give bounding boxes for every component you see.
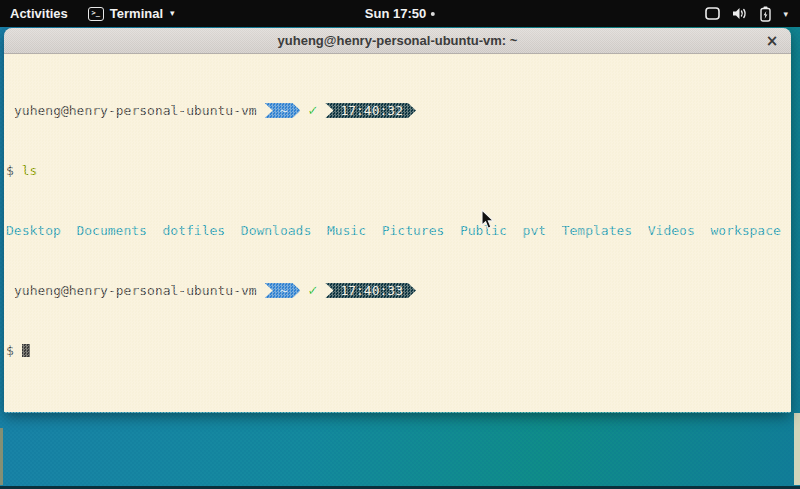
activities-button[interactable]: Activities <box>0 0 78 27</box>
window-title: yuheng@henry-personal-ubuntu-vm: ~ <box>278 33 518 48</box>
clock-label: Sun 17:50 <box>365 6 426 21</box>
prompt-time-segment: 17:40:32 <box>325 103 416 118</box>
terminal-content[interactable]: yuheng@henry-personal-ubuntu-vm ~ ✓ 17:4… <box>4 54 791 412</box>
terminal-window: yuheng@henry-personal-ubuntu-vm: ~ × yuh… <box>4 28 791 413</box>
desktop-edge-strip-right <box>794 413 800 485</box>
ls-output: Desktop Documents dotfiles Downloads Mus… <box>6 223 789 238</box>
chevron-down-icon: ▾ <box>170 9 175 18</box>
battery-charging-icon <box>760 6 771 22</box>
desktop: Activities >_ Terminal ▾ Sun 17:50 <box>0 0 800 489</box>
terminal-icon-glyph: >_ <box>92 10 100 17</box>
prompt-time: 17:40:32 <box>340 103 403 118</box>
prompt-path: ~ <box>280 283 288 298</box>
top-bar: Activities >_ Terminal ▾ Sun 17:50 <box>0 0 800 27</box>
command-line: $ ls <box>6 163 789 178</box>
volume-icon <box>732 7 748 20</box>
prompt-user-host: yuheng@henry-personal-ubuntu-vm <box>6 283 257 298</box>
titlebar[interactable]: yuheng@henry-personal-ubuntu-vm: ~ × <box>4 28 791 54</box>
prompt-line-1: yuheng@henry-personal-ubuntu-vm ~ ✓ 17:4… <box>6 103 789 118</box>
app-menu-terminal[interactable]: >_ Terminal ▾ <box>78 0 185 27</box>
command-text: ls <box>22 163 38 178</box>
top-bar-left: Activities >_ Terminal ▾ <box>0 0 185 27</box>
display-icon <box>705 7 720 20</box>
system-status-area[interactable]: ▾ <box>693 0 800 27</box>
prompt-path: ~ <box>280 103 288 118</box>
status-check-icon: ✓ <box>307 103 318 118</box>
prompt-path-segment: ~ <box>265 103 301 118</box>
prompt-time: 17:40:33 <box>340 283 403 298</box>
app-menu-label: Terminal <box>110 6 163 21</box>
prompt-line-2: yuheng@henry-personal-ubuntu-vm ~ ✓ 17:4… <box>6 283 789 298</box>
close-button[interactable]: × <box>763 32 781 50</box>
desktop-edge-strip-left <box>0 428 3 485</box>
notification-dot <box>431 12 435 16</box>
input-line[interactable]: $ <box>6 343 789 358</box>
prompt-time-segment: 17:40:33 <box>325 283 416 298</box>
terminal-icon: >_ <box>88 7 104 21</box>
chevron-down-icon: ▾ <box>783 9 788 19</box>
prompt-path-segment: ~ <box>265 283 301 298</box>
mouse-pointer-icon <box>481 209 495 234</box>
clock-button[interactable]: Sun 17:50 <box>357 0 443 27</box>
prompt-symbol: $ <box>6 343 14 358</box>
prompt-user-host: yuheng@henry-personal-ubuntu-vm <box>6 103 257 118</box>
prompt-symbol: $ <box>6 163 14 178</box>
status-check-icon: ✓ <box>307 283 318 298</box>
text-cursor <box>22 344 30 357</box>
